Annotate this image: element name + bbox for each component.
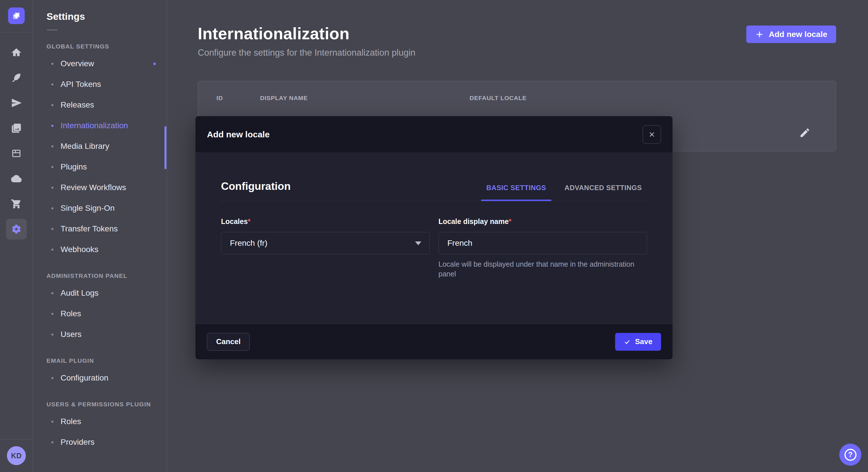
display-name-label: Locale display name* bbox=[439, 217, 512, 225]
locales-label: Locales* bbox=[221, 217, 251, 225]
help-button[interactable]: ? bbox=[839, 444, 861, 466]
rail-divider bbox=[0, 32, 33, 32]
required-asterisk: * bbox=[508, 217, 512, 225]
sidebar-title: Settings bbox=[46, 11, 167, 22]
user-avatar[interactable]: KD bbox=[7, 446, 26, 465]
tab-basic-settings[interactable]: BASIC SETTINGS bbox=[481, 184, 551, 200]
section-administration-panel: ADMINISTRATION PANEL Audit Logs Roles Us… bbox=[33, 272, 167, 345]
sidebar-item-releases[interactable]: Releases bbox=[33, 95, 167, 115]
strapi-logo-icon bbox=[11, 11, 21, 21]
add-new-locale-button[interactable]: Add new locale bbox=[746, 26, 836, 43]
locales-select-value: French (fr) bbox=[230, 239, 268, 248]
page-header: Internationalization Configure the setti… bbox=[198, 24, 836, 58]
table-header-row: ID DISPLAY NAME DEFAULT LOCALE bbox=[198, 81, 836, 115]
strapi-logo[interactable] bbox=[8, 7, 25, 24]
section-label: ADMINISTRATION PANEL bbox=[46, 272, 167, 279]
sidebar-item-single-sign-on[interactable]: Single Sign-On bbox=[33, 198, 167, 218]
column-header-id: ID bbox=[216, 95, 260, 102]
column-header-default-locale: DEFAULT LOCALE bbox=[470, 95, 836, 102]
home-icon[interactable] bbox=[6, 42, 27, 63]
rail-bottom-divider bbox=[0, 439, 33, 440]
section-label: EMAIL PLUGIN bbox=[46, 357, 167, 364]
configuration-title: Configuration bbox=[221, 180, 291, 200]
bullet-icon bbox=[51, 63, 53, 65]
check-icon bbox=[624, 338, 631, 345]
bullet-icon bbox=[51, 421, 53, 423]
sidebar-scrollbar-thumb[interactable] bbox=[164, 126, 166, 169]
modal-body: Configuration BASIC SETTINGS ADVANCED SE… bbox=[195, 153, 673, 324]
sidebar-item-webhooks[interactable]: Webhooks bbox=[33, 239, 167, 260]
sidebar-item-up-roles[interactable]: Roles bbox=[33, 411, 167, 432]
section-global-settings: GLOBAL SETTINGS Overview API Tokens Rele… bbox=[33, 43, 167, 260]
add-locale-modal: Add new locale Configuration BASIC SETTI… bbox=[195, 116, 673, 359]
paper-plane-icon[interactable] bbox=[6, 93, 27, 113]
bullet-icon bbox=[51, 207, 53, 209]
rail-icons bbox=[6, 38, 27, 239]
locales-select[interactable]: French (fr) bbox=[221, 232, 430, 255]
close-icon bbox=[648, 131, 655, 138]
page-header-text: Internationalization Configure the setti… bbox=[198, 24, 415, 58]
sidebar-item-internationalization[interactable]: Internationalization bbox=[33, 115, 167, 136]
edit-locale-button[interactable] bbox=[799, 127, 811, 139]
sidebar-item-up-providers[interactable]: Providers bbox=[33, 432, 167, 452]
display-name-field: Locale display name* Locale will be disp… bbox=[439, 217, 647, 279]
bullet-icon bbox=[51, 145, 53, 147]
icon-rail: KD bbox=[0, 0, 33, 472]
layout-icon[interactable] bbox=[6, 143, 27, 164]
display-name-helper: Locale will be displayed under that name… bbox=[439, 260, 647, 279]
plus-icon bbox=[755, 30, 764, 39]
notification-dot bbox=[153, 63, 156, 65]
bullet-icon bbox=[51, 292, 53, 294]
modal-title: Add new locale bbox=[207, 130, 270, 139]
settings-gear-icon[interactable] bbox=[6, 219, 27, 239]
sidebar-item-transfer-tokens[interactable]: Transfer Tokens bbox=[33, 218, 167, 239]
settings-sidebar: Settings GLOBAL SETTINGS Overview API To… bbox=[33, 0, 167, 472]
rail-bottom: KD bbox=[0, 439, 33, 472]
bullet-icon bbox=[51, 187, 53, 189]
form-fields: Locales* French (fr) Locale display name… bbox=[221, 217, 647, 279]
cancel-button[interactable]: Cancel bbox=[207, 333, 250, 351]
section-email-plugin: EMAIL PLUGIN Configuration bbox=[33, 357, 167, 388]
bullet-icon bbox=[51, 334, 53, 336]
bullet-icon bbox=[51, 125, 53, 127]
modal-footer: Cancel Save bbox=[195, 324, 673, 359]
bullet-icon bbox=[51, 248, 53, 250]
question-mark-icon: ? bbox=[844, 449, 857, 461]
display-name-input[interactable] bbox=[439, 232, 647, 255]
tab-advanced-settings[interactable]: ADVANCED SETTINGS bbox=[559, 184, 647, 200]
cart-icon[interactable] bbox=[6, 194, 27, 214]
column-header-display-name: DISPLAY NAME bbox=[260, 95, 470, 102]
bullet-icon bbox=[51, 83, 53, 86]
bullet-icon bbox=[51, 377, 53, 379]
sidebar-title-rule bbox=[47, 30, 58, 30]
sidebar-item-email-configuration[interactable]: Configuration bbox=[33, 368, 167, 388]
required-asterisk: * bbox=[248, 217, 251, 225]
sidebar-item-admin-users[interactable]: Users bbox=[33, 324, 167, 345]
bullet-icon bbox=[51, 313, 53, 315]
chevron-down-icon bbox=[415, 241, 422, 245]
sidebar-item-api-tokens[interactable]: API Tokens bbox=[33, 74, 167, 95]
section-users-permissions-plugin: USERS & PERMISSIONS PLUGIN Roles Provide… bbox=[33, 401, 167, 452]
locales-field: Locales* French (fr) bbox=[221, 217, 430, 279]
bullet-icon bbox=[51, 228, 53, 230]
close-modal-button[interactable] bbox=[643, 125, 661, 144]
media-library-icon[interactable] bbox=[6, 118, 27, 138]
section-label: GLOBAL SETTINGS bbox=[46, 43, 167, 50]
pencil-icon bbox=[799, 127, 811, 138]
sidebar-item-admin-roles[interactable]: Roles bbox=[33, 303, 167, 324]
sidebar-item-overview[interactable]: Overview bbox=[33, 53, 167, 74]
page-subtitle: Configure the settings for the Internati… bbox=[198, 47, 415, 58]
modal-header: Add new locale bbox=[195, 116, 673, 153]
bullet-icon bbox=[51, 104, 53, 106]
sidebar-item-plugins[interactable]: Plugins bbox=[33, 157, 167, 177]
save-button[interactable]: Save bbox=[615, 333, 661, 351]
page-title: Internationalization bbox=[198, 24, 415, 43]
sidebar-item-review-workflows[interactable]: Review Workflows bbox=[33, 177, 167, 198]
sidebar-item-audit-logs[interactable]: Audit Logs bbox=[33, 283, 167, 303]
settings-tabs: BASIC SETTINGS ADVANCED SETTINGS bbox=[473, 184, 647, 200]
bullet-icon bbox=[51, 441, 53, 443]
sidebar-item-media-library[interactable]: Media Library bbox=[33, 136, 167, 157]
section-label: USERS & PERMISSIONS PLUGIN bbox=[46, 401, 167, 408]
feather-icon[interactable] bbox=[6, 67, 27, 88]
cloud-icon[interactable] bbox=[6, 168, 27, 189]
